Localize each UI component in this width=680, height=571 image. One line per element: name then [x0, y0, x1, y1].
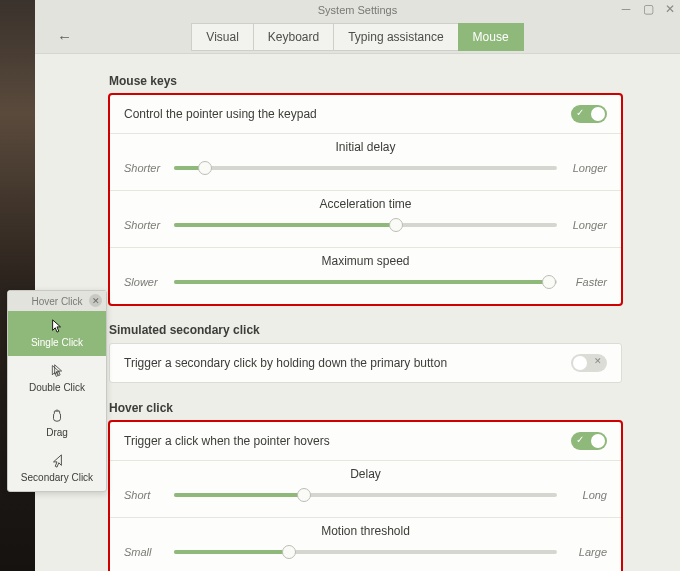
slider-track-threshold[interactable] [174, 542, 557, 562]
palette-close-button[interactable]: ✕ [89, 294, 102, 307]
slider-title-threshold: Motion threshold [124, 524, 607, 538]
cursor-double-icon [8, 362, 106, 380]
palette-item-double-click[interactable]: Double Click [8, 356, 106, 401]
label-hover-trigger: Trigger a click when the pointer hovers [124, 434, 330, 448]
palette-item-label: Single Click [8, 337, 106, 348]
sim-secondary-card: Trigger a secondary click by holding dow… [109, 343, 622, 383]
tabbar: ← Visual Keyboard Typing assistance Mous… [35, 20, 680, 54]
titlebar: System Settings ─ ▢ ✕ [35, 0, 680, 20]
slider-right-label: Longer [563, 162, 607, 174]
slider-left-label: Small [124, 546, 168, 558]
slider-right-label: Longer [563, 219, 607, 231]
label-control-pointer: Control the pointer using the keypad [124, 107, 317, 121]
palette-item-label: Secondary Click [8, 472, 106, 483]
slider-delay: Delay Short Long [110, 460, 621, 517]
slider-left-label: Short [124, 489, 168, 501]
slider-left-label: Shorter [124, 219, 168, 231]
slider-title-acceleration: Acceleration time [124, 197, 607, 211]
slider-right-label: Large [563, 546, 607, 558]
tab-typing-assistance[interactable]: Typing assistance [333, 23, 457, 51]
slider-title-delay: Delay [124, 467, 607, 481]
section-title-mouse-keys: Mouse keys [109, 74, 622, 88]
slider-initial-delay: Initial delay Shorter Longer [110, 133, 621, 190]
palette-item-label: Drag [8, 427, 106, 438]
close-button[interactable]: ✕ [664, 3, 676, 15]
back-button[interactable]: ← [57, 28, 72, 45]
slider-track-delay[interactable] [174, 485, 557, 505]
section-title-hover-click: Hover click [109, 401, 622, 415]
slider-left-label: Shorter [124, 162, 168, 174]
settings-window: System Settings ─ ▢ ✕ ← Visual Keyboard … [35, 0, 680, 571]
minimize-button[interactable]: ─ [620, 3, 632, 15]
label-sim-secondary: Trigger a secondary click by holding dow… [124, 356, 447, 370]
row-hover-trigger: Trigger a click when the pointer hovers [110, 422, 621, 460]
tab-keyboard[interactable]: Keyboard [253, 23, 333, 51]
slider-track-acceleration[interactable] [174, 215, 557, 235]
palette-item-drag[interactable]: Drag [8, 401, 106, 446]
cursor-icon [8, 317, 106, 335]
tab-mouse[interactable]: Mouse [458, 23, 524, 51]
toggle-control-pointer[interactable] [571, 105, 607, 123]
slider-track-initial-delay[interactable] [174, 158, 557, 178]
hover-click-card: Trigger a click when the pointer hovers … [109, 421, 622, 571]
palette-item-label: Double Click [8, 382, 106, 393]
toggle-sim-secondary[interactable] [571, 354, 607, 372]
maximize-button[interactable]: ▢ [642, 3, 654, 15]
slider-title-initial-delay: Initial delay [124, 140, 607, 154]
slider-max-speed: Maximum speed Slower Faster [110, 247, 621, 304]
palette-title: Hover Click [31, 296, 82, 307]
section-title-sim-secondary: Simulated secondary click [109, 323, 622, 337]
window-controls: ─ ▢ ✕ [620, 3, 676, 15]
cursor-right-icon [8, 452, 106, 470]
slider-right-label: Long [563, 489, 607, 501]
hand-icon [8, 407, 106, 425]
content-area: Mouse keys Control the pointer using the… [35, 54, 680, 571]
slider-threshold: Motion threshold Small Large [110, 517, 621, 571]
window-title: System Settings [318, 4, 397, 16]
toggle-hover-trigger[interactable] [571, 432, 607, 450]
mouse-keys-card: Control the pointer using the keypad Ini… [109, 94, 622, 305]
tab-visual[interactable]: Visual [191, 23, 252, 51]
slider-left-label: Slower [124, 276, 168, 288]
palette-item-single-click[interactable]: Single Click [8, 311, 106, 356]
slider-right-label: Faster [563, 276, 607, 288]
slider-track-max-speed[interactable] [174, 272, 557, 292]
row-sim-secondary: Trigger a secondary click by holding dow… [110, 344, 621, 382]
palette-titlebar: Hover Click ✕ [8, 291, 106, 311]
row-control-pointer: Control the pointer using the keypad [110, 95, 621, 133]
slider-title-max-speed: Maximum speed [124, 254, 607, 268]
tab-group: Visual Keyboard Typing assistance Mouse [191, 23, 523, 51]
hover-click-palette: Hover Click ✕ Single Click Double Click … [7, 290, 107, 492]
palette-item-secondary-click[interactable]: Secondary Click [8, 446, 106, 491]
slider-acceleration: Acceleration time Shorter Longer [110, 190, 621, 247]
